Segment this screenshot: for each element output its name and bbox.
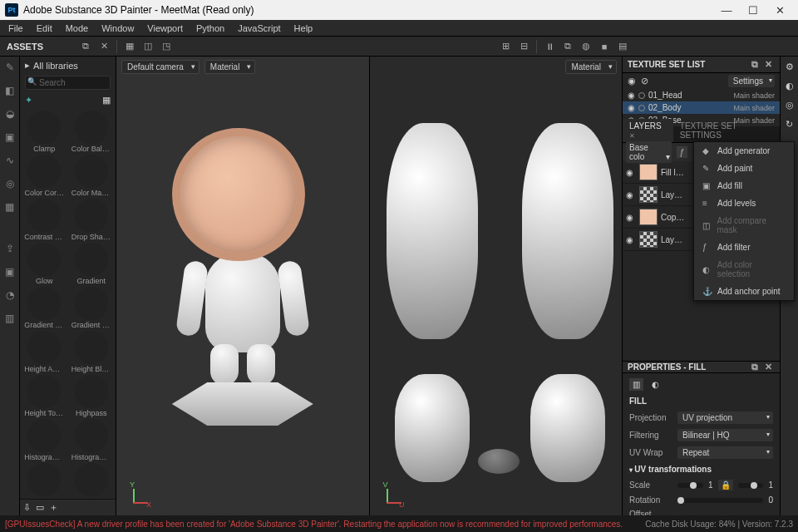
linked-icon[interactable]: ⧉ [559, 38, 577, 55]
projection-select[interactable]: UV projection [677, 411, 773, 424]
ctx-menu-item[interactable]: ≡Add levels [694, 195, 794, 212]
rotation-slider[interactable] [677, 498, 763, 503]
material-select-left[interactable]: Material [204, 60, 256, 74]
asset-item[interactable]: Clamp [23, 111, 66, 153]
minimize-button[interactable]: — [713, 4, 740, 17]
asset-item[interactable]: Color Match [71, 155, 113, 197]
asset-item[interactable]: Glow [23, 243, 66, 285]
scale-x-slider[interactable] [677, 483, 703, 488]
asset-item[interactable]: Height To … [23, 375, 66, 417]
save-icon[interactable]: ▥ [2, 311, 17, 326]
menu-file[interactable]: File [3, 22, 28, 35]
ctx-menu-item[interactable]: ƒAdd filter [694, 239, 794, 256]
viewport-area[interactable]: Default camera Material Y X Material [116, 57, 622, 515]
filtering-select[interactable]: Bilinear | HQ [677, 429, 773, 441]
tab-layers[interactable]: LAYERS ✕ [623, 119, 673, 142]
asset-item[interactable]: Histogram … [23, 419, 66, 461]
ts-link-all-icon[interactable]: ⊘ [641, 76, 648, 86]
assets-search-input[interactable]: Search [25, 76, 111, 90]
ts-settings-dropdown[interactable]: Settings [728, 75, 775, 87]
scale-y-slider[interactable] [738, 483, 764, 488]
props-close-icon[interactable]: ✕ [761, 362, 775, 372]
display-icon[interactable]: ◐ [786, 81, 794, 91]
brush-tool-icon[interactable]: ✎ [2, 60, 17, 75]
uv-transformations-label[interactable]: UV transformations [634, 465, 712, 474]
smudge-tool-icon[interactable]: ∿ [2, 153, 17, 168]
menu-mode[interactable]: Mode [61, 22, 94, 35]
2d-viewport[interactable]: Material V U [369, 57, 623, 515]
pause-icon[interactable]: ⏸ [540, 38, 559, 55]
textureset-row[interactable]: ◉01_HeadMain shader [623, 89, 780, 101]
grid-view-icon[interactable]: ⊞ [496, 38, 515, 55]
ctx-menu-item[interactable]: ▣Add fill [694, 177, 794, 195]
eye-icon[interactable]: ◉ [626, 235, 636, 244]
menu-edit[interactable]: Edit [32, 22, 57, 35]
asset-item[interactable]: Contrast L… [23, 199, 66, 241]
tab-textureset-settings[interactable]: TEXTURE SET SETTINGS [673, 119, 780, 142]
asset-item[interactable]: Color Bala… [71, 111, 113, 153]
filter-icon[interactable]: ✦ [25, 95, 32, 106]
asset-item[interactable]: Gradient D… [71, 287, 113, 329]
clone-tool-icon[interactable]: ◎ [2, 176, 17, 191]
import-icon[interactable]: ⇩ [23, 502, 31, 513]
menu-viewport[interactable]: Viewport [142, 22, 188, 35]
asset-item[interactable]: Invert [71, 463, 113, 499]
assets-close-icon[interactable]: ✕ [95, 38, 113, 55]
menu-python[interactable]: Python [191, 22, 229, 35]
camera-select[interactable]: Default camera [121, 60, 200, 74]
add-icon[interactable]: ＋ [49, 501, 58, 514]
maximize-button[interactable]: ☐ [740, 4, 766, 17]
projection-tool-icon[interactable]: ◒ [2, 106, 17, 121]
asset-item[interactable]: Gradient [71, 243, 113, 285]
assets-libraries-dropdown[interactable]: ▸ All libraries [20, 57, 116, 74]
ctx-menu-item[interactable]: ⚓Add anchor point [694, 283, 794, 300]
uvwrap-select[interactable]: Repeat [677, 446, 773, 459]
lock-icon[interactable]: 🔒 [718, 480, 733, 490]
props-popout-icon[interactable]: ⧉ [748, 362, 761, 372]
tab-close-icon[interactable]: ✕ [629, 132, 635, 140]
ctx-menu-item[interactable]: ◆Add generator [694, 142, 794, 160]
asset-item[interactable]: Color Cor… [23, 155, 66, 197]
asset-item[interactable]: Gradient C… [23, 287, 66, 329]
ts-eye-all-icon[interactable]: ◉ [628, 76, 636, 86]
close-button[interactable]: ✕ [766, 4, 793, 17]
fill-tool-icon[interactable]: ▣ [2, 130, 17, 145]
material-tool-icon[interactable]: ▦ [2, 200, 17, 214]
split-icon[interactable]: ◫ [139, 38, 157, 55]
ts-popout-icon[interactable]: ⧉ [748, 59, 761, 70]
history-icon[interactable]: ↻ [786, 119, 793, 130]
eye-icon[interactable]: ◉ [628, 103, 635, 112]
meetmat-model[interactable] [172, 128, 313, 426]
menu-help[interactable]: Help [289, 22, 318, 35]
eye-icon[interactable]: ◉ [626, 190, 636, 200]
asset-item[interactable]: Height Ble… [71, 331, 113, 373]
asset-item[interactable]: Drop Shad… [71, 199, 113, 241]
asset-item[interactable]: Histogram … [71, 419, 113, 461]
bake-icon[interactable]: ◔ [2, 288, 17, 303]
render-icon[interactable]: ▣ [2, 264, 17, 279]
camera-icon[interactable]: ■ [595, 38, 613, 55]
eye-icon[interactable]: ◉ [626, 168, 636, 177]
material-select-right[interactable]: Material [565, 60, 617, 74]
folder-icon[interactable]: ▭ [36, 502, 44, 513]
grid-display-icon[interactable]: ▦ [102, 95, 111, 106]
ts-close-icon[interactable]: ✕ [761, 59, 775, 70]
grid-alt-icon[interactable]: ⊟ [515, 38, 533, 55]
threed-icon[interactable]: ◳ [157, 38, 175, 55]
export-icon[interactable]: ⇪ [2, 241, 17, 256]
cube-icon[interactable]: ◍ [577, 38, 595, 55]
shader-icon[interactable]: ◎ [786, 100, 794, 111]
props-fill-tab-icon[interactable]: ▥ [629, 378, 643, 391]
asset-item[interactable]: Highpass [71, 375, 113, 417]
asset-item[interactable]: Height Adj… [23, 331, 66, 373]
grid-icon[interactable]: ▦ [121, 38, 139, 55]
menu-javascript[interactable]: JavaScript [233, 22, 285, 35]
eye-icon[interactable]: ◉ [628, 91, 635, 100]
layers-icon[interactable]: ▤ [613, 38, 632, 55]
effect-icon[interactable]: ƒ [677, 146, 687, 158]
eye-icon[interactable]: ◉ [626, 213, 636, 222]
textureset-row[interactable]: ◉02_BodyMain shader [623, 101, 780, 114]
eraser-tool-icon[interactable]: ◧ [2, 83, 17, 98]
settings-gear-icon[interactable]: ⚙ [786, 62, 794, 72]
props-material-tab-icon[interactable]: ◐ [652, 380, 659, 389]
